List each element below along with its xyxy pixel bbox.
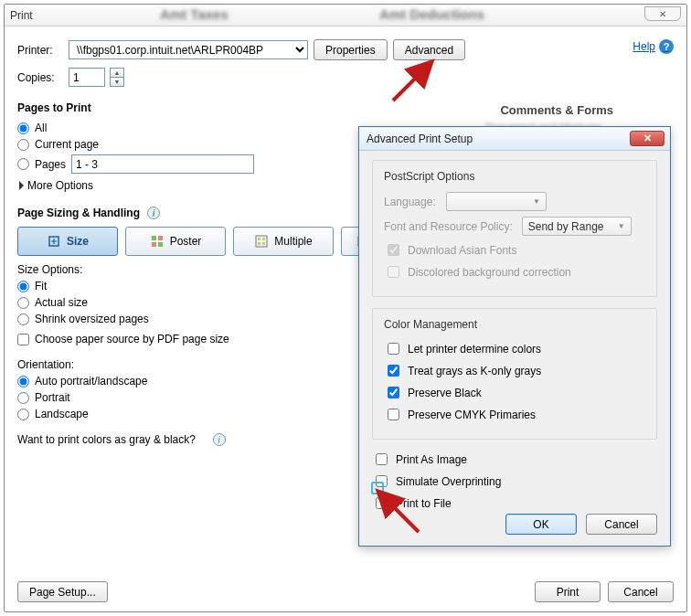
color-management-group: Color Management Let printer determine c… <box>372 308 657 440</box>
svg-rect-1 <box>152 236 156 240</box>
check-preserve-cmyk[interactable]: Preserve CMYK Primaries <box>384 406 645 423</box>
tab-size[interactable]: Size <box>17 227 118 256</box>
chevron-down-icon: ▼ <box>618 222 625 230</box>
titlebar: Print Amt Taxes Amt Deductions ✕ <box>5 5 686 27</box>
modal-titlebar: Advanced Print Setup ✕ <box>359 127 670 151</box>
svg-rect-8 <box>258 242 260 245</box>
size-icon <box>47 234 61 249</box>
printer-label: Printer: <box>17 44 63 57</box>
modal-cancel-button[interactable]: Cancel <box>586 514 657 535</box>
check-grays[interactable]: Treat grays as K-only grays <box>384 362 645 379</box>
print-button[interactable]: Print <box>535 581 601 602</box>
copies-spinner[interactable]: ▲▼ <box>110 68 124 87</box>
spin-up-icon[interactable]: ▲ <box>111 69 123 78</box>
info-icon[interactable]: i <box>147 207 160 219</box>
gray-question: Want to print colors as gray & black? <box>17 433 196 446</box>
policy-label: Font and Resource Policy: <box>384 220 513 233</box>
svg-rect-3 <box>152 242 156 247</box>
window-title: Print <box>10 9 33 22</box>
policy-combo[interactable]: Send by Range▼ <box>522 217 632 236</box>
background-text: Amt Taxes <box>160 6 270 23</box>
svg-rect-9 <box>262 242 265 245</box>
help-label: Help <box>633 40 655 53</box>
language-combo: ▼ <box>446 192 547 211</box>
advanced-print-setup-dialog: Advanced Print Setup ✕ PostScript Option… <box>358 126 671 547</box>
svg-rect-7 <box>262 238 265 240</box>
copies-input[interactable] <box>69 68 105 87</box>
tab-poster[interactable]: Poster <box>125 227 226 256</box>
check-simulate-overprint[interactable]: Simulate Overprinting <box>372 473 657 490</box>
color-mgmt-title: Color Management <box>384 318 645 331</box>
triangle-right-icon <box>19 181 24 190</box>
modal-close-button[interactable]: ✕ <box>630 131 664 146</box>
check-preserve-black[interactable]: Preserve Black <box>384 384 645 401</box>
poster-icon <box>150 234 165 249</box>
svg-rect-6 <box>258 238 260 240</box>
check-print-to-file[interactable]: Print to File <box>372 494 657 512</box>
postscript-group: PostScript Options Language: ▼ Font and … <box>372 160 657 297</box>
page-setup-button[interactable]: Page Setup... <box>17 581 108 602</box>
help-link[interactable]: Help ? <box>633 39 674 54</box>
svg-rect-4 <box>158 242 163 247</box>
svg-rect-5 <box>256 236 267 247</box>
postscript-title: PostScript Options <box>384 170 645 183</box>
check-let-printer[interactable]: Let printer determine colors <box>384 340 645 357</box>
cancel-button[interactable]: Cancel <box>608 581 674 602</box>
ok-button[interactable]: OK <box>505 514 577 535</box>
tab-multiple[interactable]: Multiple <box>233 227 334 256</box>
background-text: Amt Deductions <box>379 6 544 23</box>
spin-down-icon[interactable]: ▼ <box>111 78 123 86</box>
close-button[interactable]: ✕ <box>644 6 681 21</box>
comments-forms-label: Comments & Forms <box>500 103 613 117</box>
check-discolored: Discolored background correction <box>384 263 645 281</box>
properties-button[interactable]: Properties <box>314 39 388 60</box>
svg-rect-2 <box>158 236 163 240</box>
check-asian-fonts: Download Asian Fonts <box>384 241 645 259</box>
copies-label: Copies: <box>17 71 63 84</box>
advanced-button[interactable]: Advanced <box>393 39 465 60</box>
help-icon: ? <box>659 39 674 54</box>
modal-title: Advanced Print Setup <box>367 133 473 145</box>
language-label: Language: <box>384 196 437 208</box>
printer-select[interactable]: \\fbgps01.corp.intuit.net\ARLPR004BP <box>69 40 308 59</box>
check-print-as-image[interactable]: Print As Image <box>372 451 657 468</box>
pages-range-input[interactable] <box>71 154 254 174</box>
multiple-icon <box>254 234 269 249</box>
info-icon[interactable]: i <box>213 433 226 446</box>
sizing-title: Page Sizing & Handling <box>17 207 140 219</box>
